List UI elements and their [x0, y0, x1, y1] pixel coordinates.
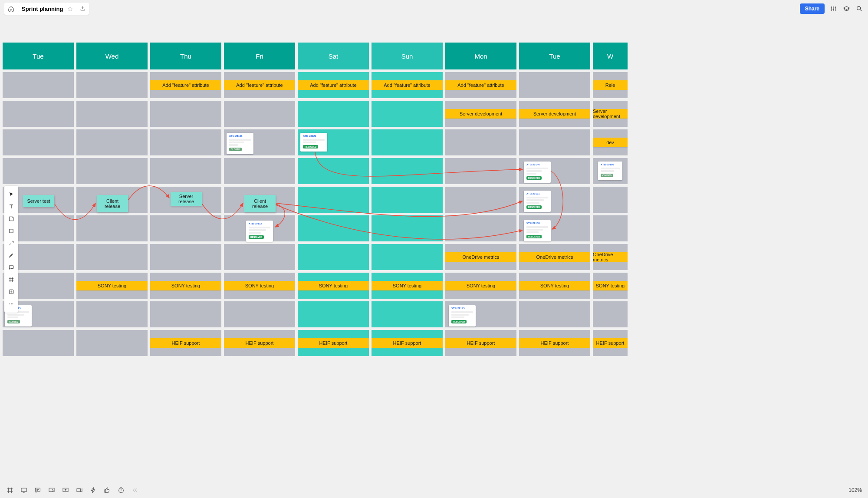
grid-cell[interactable]: Server development [593, 101, 628, 127]
task-bar[interactable]: SONY testing [298, 281, 369, 290]
grid-cell[interactable] [76, 72, 148, 98]
tool-shape[interactable] [4, 225, 18, 237]
grid-cell[interactable] [76, 101, 148, 127]
grid-cell[interactable] [150, 101, 221, 127]
task-bar[interactable]: Add "feature" attribute [150, 80, 221, 90]
grid-cell[interactable]: HEIF support [593, 330, 628, 356]
task-bar[interactable]: Add "feature" attribute [372, 80, 443, 90]
grid-cell[interactable] [298, 101, 369, 127]
card-fri-2[interactable]: XTB-29112RESOLVED [246, 221, 273, 242]
bottom-present[interactable] [20, 486, 28, 494]
export-button[interactable] [77, 6, 85, 12]
grid-cell[interactable] [3, 72, 74, 98]
grid-cell[interactable] [298, 158, 369, 184]
grid-cell[interactable]: SONY testing [372, 273, 443, 299]
grid-cell[interactable]: SONY testing [298, 273, 369, 299]
grid-cell[interactable]: HEIF support [372, 330, 443, 356]
bottom-frames[interactable] [6, 486, 14, 494]
grid-cell[interactable] [519, 301, 590, 327]
task-bar[interactable]: Add "feature" attribute [224, 80, 295, 90]
tool-select[interactable] [4, 188, 18, 201]
card-fri-1[interactable]: XTB-28106CLOSED [227, 133, 253, 154]
card-sat-1[interactable]: XTB-28121RESOLVED [300, 133, 327, 152]
share-button[interactable]: Share [800, 3, 825, 14]
grid-cell[interactable] [76, 301, 148, 327]
settings-button[interactable] [829, 5, 838, 12]
search-button[interactable] [855, 5, 864, 12]
grid-cell[interactable]: Rele [593, 72, 628, 98]
grid-cell[interactable] [224, 158, 295, 184]
sticky-server-release[interactable]: Server release [171, 192, 202, 206]
task-bar[interactable]: Add "feature" attribute [445, 80, 516, 90]
task-bar[interactable]: Rele [593, 80, 628, 90]
grid-cell[interactable] [298, 215, 369, 241]
grid-cell[interactable] [593, 187, 628, 213]
card-tue2-1[interactable]: XTB-29146RESOLVED [524, 162, 551, 183]
grid-cell[interactable] [298, 244, 369, 270]
grid-cell[interactable]: Server development [519, 101, 590, 127]
grid-cell[interactable] [150, 129, 221, 155]
grid-cell[interactable] [150, 215, 221, 241]
grid-cell[interactable] [3, 129, 74, 155]
task-bar[interactable]: HEIF support [298, 338, 369, 348]
task-bar[interactable]: SONY testing [76, 281, 148, 290]
grid-cell[interactable] [445, 129, 516, 155]
bottom-video[interactable] [76, 486, 83, 494]
grid-cell[interactable] [150, 158, 221, 184]
task-bar[interactable]: SONY testing [372, 281, 443, 290]
grid-cell[interactable]: Add "feature" attribute [372, 72, 443, 98]
star-button[interactable] [66, 6, 74, 12]
task-bar[interactable]: SONY testing [519, 281, 590, 290]
zoom-level[interactable]: 102% [848, 487, 862, 493]
tool-sticky[interactable] [4, 213, 18, 225]
grid-cell[interactable] [372, 215, 443, 241]
grid-cell[interactable] [372, 158, 443, 184]
learn-button[interactable] [842, 5, 851, 13]
grid-cell[interactable]: Add "feature" attribute [445, 72, 516, 98]
task-bar[interactable]: SONY testing [445, 281, 516, 290]
tool-more[interactable] [4, 298, 18, 310]
bottom-activity[interactable] [89, 486, 97, 494]
grid-cell[interactable] [224, 244, 295, 270]
grid-cell[interactable] [372, 187, 443, 213]
grid-cell[interactable]: Server development [445, 101, 516, 127]
grid-cell[interactable] [224, 101, 295, 127]
grid-cell[interactable]: Add "feature" attribute [224, 72, 295, 98]
grid-cell[interactable] [76, 129, 148, 155]
grid-cell[interactable] [150, 244, 221, 270]
grid-cell[interactable]: Add "feature" attribute [298, 72, 369, 98]
sticky-server-test[interactable]: Server test [23, 195, 54, 207]
grid-cell[interactable]: OneDrive metrics [445, 244, 516, 270]
grid-cell[interactable]: HEIF support [298, 330, 369, 356]
task-bar[interactable]: dev [593, 138, 628, 147]
task-bar[interactable]: SONY testing [150, 281, 221, 290]
card-tue2-3[interactable]: XTB-29168RESOLVED [524, 220, 551, 241]
board-title-wrap[interactable]: Sprint planning [18, 6, 89, 12]
bottom-collapse[interactable] [131, 486, 139, 494]
grid-cell[interactable]: HEIF support [150, 330, 221, 356]
task-bar[interactable]: OneDrive metrics [445, 252, 516, 262]
task-bar[interactable]: OneDrive metrics [519, 252, 590, 262]
grid-cell[interactable] [76, 158, 148, 184]
home-button[interactable] [4, 3, 18, 15]
task-bar[interactable]: Server development [445, 109, 516, 119]
sticky-client-release-1[interactable]: Client release [97, 195, 128, 212]
task-bar[interactable]: HEIF support [224, 338, 295, 348]
task-bar[interactable]: HEIF support [150, 338, 221, 348]
bottom-screenshare[interactable] [48, 486, 56, 494]
grid-cell[interactable]: OneDrive metrics [593, 244, 628, 270]
grid-cell[interactable] [593, 301, 628, 327]
grid-cell[interactable] [445, 158, 516, 184]
grid-cell[interactable] [372, 301, 443, 327]
tool-frame[interactable] [4, 274, 18, 286]
grid-cell[interactable] [519, 129, 590, 155]
grid-cell[interactable] [298, 187, 369, 213]
grid-cell[interactable] [519, 72, 590, 98]
grid-cell[interactable] [445, 187, 516, 213]
task-bar[interactable]: SONY testing [224, 281, 295, 290]
task-bar[interactable]: OneDrive metrics [593, 252, 628, 262]
grid-cell[interactable] [3, 330, 74, 356]
bottom-timer[interactable] [117, 486, 125, 494]
tool-arrow[interactable] [4, 237, 18, 249]
grid-cell[interactable] [3, 101, 74, 127]
